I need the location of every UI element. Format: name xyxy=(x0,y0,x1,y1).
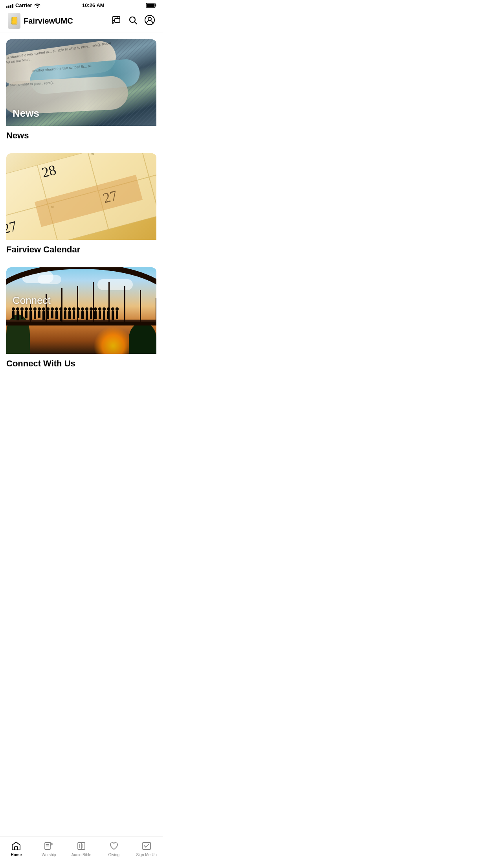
header-left: 📒 FairviewUMC xyxy=(8,13,73,29)
person-24 xyxy=(112,311,114,320)
profile-icon[interactable] xyxy=(145,15,155,27)
person-2 xyxy=(17,311,19,320)
person-1 xyxy=(12,311,15,319)
person-11 xyxy=(55,311,58,319)
svg-point-9 xyxy=(148,17,151,20)
calendar-card[interactable]: mo 20 28 tu we 20 xyxy=(6,153,156,255)
news-card[interactable]: that a should the two scribed ib... al- … xyxy=(6,39,156,141)
person-22 xyxy=(103,311,105,320)
person-13 xyxy=(64,311,66,319)
person-4 xyxy=(25,311,28,318)
status-right xyxy=(146,3,156,8)
person-20 xyxy=(94,311,97,319)
signal-icon xyxy=(6,3,13,8)
person-5 xyxy=(29,311,32,320)
person-17 xyxy=(81,311,84,319)
person-14 xyxy=(68,311,71,319)
logo-emoji: 📒 xyxy=(10,17,18,25)
app-title: FairviewUMC xyxy=(24,17,73,26)
svg-line-7 xyxy=(135,22,137,24)
bridge-container xyxy=(6,267,156,354)
time-display: 10:26 AM xyxy=(82,2,105,8)
search-icon[interactable] xyxy=(128,15,138,26)
news-image-label: News xyxy=(13,107,39,120)
news-card-title: News xyxy=(6,126,156,141)
person-10 xyxy=(51,311,53,318)
battery-icon xyxy=(146,3,156,8)
calendar-card-title: Fairview Calendar xyxy=(6,240,156,255)
person-19 xyxy=(90,311,92,319)
person-16 xyxy=(77,311,79,318)
connect-background: Connect xyxy=(6,267,156,354)
status-left: Carrier xyxy=(6,2,40,8)
person-3 xyxy=(21,311,23,319)
calendar-background: mo 20 28 tu we 20 xyxy=(6,153,156,240)
person-12 xyxy=(60,311,62,321)
header-right xyxy=(112,15,155,27)
person-21 xyxy=(99,311,101,319)
svg-rect-1 xyxy=(156,4,156,6)
carrier-label: Carrier xyxy=(15,2,32,8)
connect-card-title: Connect With Us xyxy=(6,354,156,369)
support-9 xyxy=(156,298,156,326)
support-8 xyxy=(140,290,141,326)
status-bar: Carrier 10:26 AM xyxy=(0,0,163,10)
connect-image: Connect xyxy=(6,267,156,354)
connect-image-label: Connect xyxy=(13,294,51,307)
app-logo: 📒 xyxy=(8,13,20,29)
person-25 xyxy=(116,311,118,319)
svg-rect-5 xyxy=(115,18,120,22)
person-7 xyxy=(38,311,40,318)
calendar-image: mo 20 28 tu we 20 xyxy=(6,153,156,240)
person-15 xyxy=(73,311,75,319)
svg-rect-2 xyxy=(147,4,155,7)
chat-icon[interactable] xyxy=(112,15,121,26)
app-header: 📒 FairviewUMC xyxy=(0,10,163,33)
wifi-icon xyxy=(34,3,40,8)
person-23 xyxy=(107,311,110,319)
connect-card[interactable]: Connect Connect With Us xyxy=(6,267,156,369)
silhouettes xyxy=(12,311,118,321)
news-image: that a should the two scribed ib... al- … xyxy=(6,39,156,126)
person-6 xyxy=(34,311,36,319)
person-8 xyxy=(42,311,45,320)
main-content: that a should the two scribed ib... al- … xyxy=(0,33,163,413)
person-9 xyxy=(47,311,49,319)
person-18 xyxy=(86,311,88,320)
support-7 xyxy=(124,286,125,326)
